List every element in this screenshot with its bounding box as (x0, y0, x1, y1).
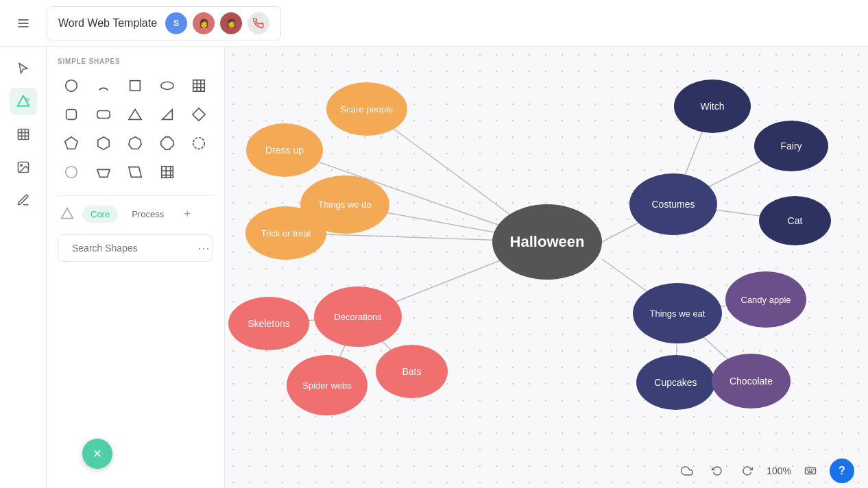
node-things-we-eat[interactable]: Things we eat (633, 283, 722, 343)
svg-marker-31 (97, 169, 109, 177)
node-fairy[interactable]: Fairy (754, 121, 828, 171)
svg-rect-33 (162, 167, 173, 178)
keyboard-icon[interactable] (799, 460, 821, 482)
shapes-grid (58, 73, 213, 184)
svg-marker-32 (129, 167, 141, 178)
svg-point-29 (193, 138, 205, 149)
header: Word Web Template S 👩 👩 (0, 0, 868, 47)
svg-rect-57 (806, 468, 816, 474)
fab-button[interactable]: × (82, 439, 112, 469)
document-title: Word Web Template (58, 17, 157, 29)
undo-icon[interactable] (706, 460, 728, 482)
shape-thin-circle[interactable] (58, 160, 85, 184)
svg-marker-28 (161, 137, 173, 149)
svg-rect-20 (67, 110, 77, 120)
search-more-button[interactable]: ⋯ (197, 241, 210, 256)
node-costumes[interactable]: Costumes (629, 173, 717, 235)
frame-tool[interactable] (10, 121, 37, 148)
canvas: Halloween Things we do Dress up Scare pe… (225, 47, 868, 488)
svg-marker-26 (97, 137, 109, 149)
shapes-tool[interactable] (10, 88, 37, 115)
node-decorations[interactable]: Decorations (314, 286, 402, 347)
menu-button[interactable] (11, 11, 36, 36)
shape-tabs: Core Process + (58, 195, 213, 223)
shape-circle[interactable] (58, 73, 85, 98)
title-badge: Word Web Template S 👩 👩 (47, 6, 281, 40)
svg-rect-5 (18, 130, 28, 140)
tab-core[interactable]: Core (82, 206, 118, 223)
svg-point-30 (66, 167, 77, 178)
shape-rounded-square[interactable] (58, 102, 85, 127)
svg-point-11 (20, 164, 21, 167)
shape-parallelogram[interactable] (121, 160, 149, 184)
svg-marker-22 (129, 110, 141, 120)
svg-point-14 (161, 82, 173, 90)
shape-ellipse[interactable] (154, 73, 181, 98)
left-toolbar (0, 47, 47, 488)
shape-hexagon[interactable] (90, 131, 117, 156)
node-cat[interactable]: Cat (759, 196, 831, 245)
node-witch[interactable]: Witch (674, 80, 751, 133)
avatar-2: 👩 (193, 12, 215, 34)
node-scare-people[interactable]: Scare people (326, 82, 407, 136)
svg-marker-23 (162, 110, 172, 120)
cloud-icon[interactable] (676, 460, 698, 482)
search-input[interactable] (72, 243, 192, 254)
shape-arc[interactable] (90, 73, 117, 98)
shape-octagon[interactable] (154, 131, 181, 156)
shapes-section-label: SIMPLE SHAPES (58, 58, 213, 65)
shapes-icon-small[interactable] (58, 204, 77, 223)
node-bats[interactable]: Bats (376, 345, 448, 398)
draw-tool[interactable] (10, 186, 37, 214)
bottom-bar: 100% ? (662, 454, 868, 488)
shapes-panel: SIMPLE SHAPES Core Process (47, 47, 225, 488)
shape-heptagon[interactable] (121, 131, 149, 156)
shape-table[interactable] (185, 73, 213, 98)
shape-right-triangle[interactable] (154, 102, 181, 127)
svg-rect-15 (193, 80, 205, 92)
avatar-3: 👩 (220, 12, 242, 34)
shape-grid[interactable] (154, 160, 181, 184)
svg-marker-38 (62, 208, 73, 219)
svg-point-4 (25, 98, 29, 101)
zoom-level: 100% (767, 465, 791, 476)
shape-trapezoid[interactable] (90, 160, 117, 184)
svg-marker-24 (193, 108, 205, 121)
svg-rect-21 (97, 111, 109, 119)
svg-marker-25 (65, 137, 77, 149)
node-halloween[interactable]: Halloween (492, 204, 602, 280)
image-tool[interactable] (10, 154, 37, 181)
shape-nonagon[interactable] (185, 131, 213, 156)
shape-triangle[interactable] (121, 102, 149, 127)
collaborators: S 👩 👩 (162, 12, 269, 34)
node-chocolate[interactable]: Chocolate (712, 354, 791, 408)
node-trick-or-treat[interactable]: Trick or treat (245, 206, 326, 260)
shape-pentagon[interactable] (58, 131, 85, 156)
node-cupcakes[interactable]: Cupcakes (636, 355, 715, 410)
node-dress-up[interactable]: Dress up (246, 123, 323, 177)
node-spider-webs[interactable]: Spider webs (287, 355, 367, 415)
svg-point-12 (66, 80, 77, 92)
tab-process[interactable]: Process (123, 206, 172, 223)
shape-rounded-rect[interactable] (90, 102, 117, 127)
node-candy-apple[interactable]: Candy apple (725, 271, 806, 328)
shape-diamond[interactable] (185, 102, 213, 127)
shape-square[interactable] (121, 73, 149, 98)
node-skeletons[interactable]: Skeletons (228, 297, 309, 350)
svg-marker-27 (129, 137, 141, 149)
help-button[interactable]: ? (830, 459, 854, 483)
svg-rect-13 (130, 81, 141, 91)
avatar-1: S (165, 12, 187, 34)
tab-add-button[interactable]: + (178, 204, 197, 223)
redo-icon[interactable] (736, 460, 758, 482)
call-icon[interactable] (248, 12, 269, 34)
cursor-tool[interactable] (10, 55, 37, 82)
search-box: ⋯ (58, 234, 213, 262)
